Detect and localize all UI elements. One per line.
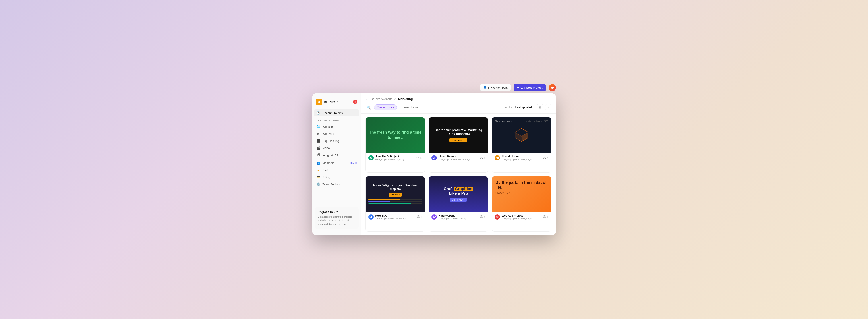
profile-label: Profile	[322, 168, 331, 172]
progress-bar-3	[368, 203, 422, 204]
add-project-label: + Add New Project	[517, 86, 542, 89]
project-details: Jane Doe's Project 0 Pages | Updated 6 d…	[375, 155, 405, 161]
project-card-new-horizons[interactable]: New Horizons product evolution in 2023 N	[492, 117, 551, 173]
project-info-left: WA Web App Project 0 Pages | Updated 4 d…	[495, 214, 531, 220]
project-meta: 0 Pages | Updated 6 days ago	[502, 158, 531, 161]
project-avatar: WA	[495, 214, 500, 220]
progress-bar	[368, 199, 422, 200]
project-card-jane-doe[interactable]: The fresh way to find a time to meet. JD…	[366, 117, 425, 173]
layout-toggle-button[interactable]: ⊞	[537, 104, 543, 110]
sidebar-invite-button[interactable]: + Invite	[348, 161, 356, 164]
project-avatar: RW	[431, 214, 437, 220]
project-name: Web App Project	[502, 214, 531, 217]
sidebar-item-members[interactable]: 👥 Members + Invite	[314, 159, 359, 166]
add-new-project-button[interactable]: + Add New Project	[514, 84, 546, 91]
project-thumbnail: New Horizons product evolution in 2023	[492, 117, 551, 153]
project-name: New E&C	[375, 214, 406, 217]
projects-grid: The fresh way to find a time to meet. JD…	[361, 114, 556, 235]
thumbnail-cta: Learn more →	[450, 138, 467, 142]
members-icon: 👥	[316, 161, 320, 165]
sort-label: Sort by:	[503, 106, 513, 109]
project-avatar: LP	[431, 155, 437, 160]
sidebar-item-recent-projects[interactable]: 🕐 Recent Projects	[314, 109, 359, 117]
thumbnail-text: The fresh way to find a time to meet.	[366, 128, 425, 142]
filter-tab-shared[interactable]: Shared by me	[399, 104, 421, 110]
breadcrumb-current: Marketing	[398, 97, 413, 101]
comment-icon: 💬	[480, 215, 483, 218]
image-icon: 🖼	[316, 153, 320, 157]
breadcrumb: ← Brucira Website > Marketing	[366, 97, 552, 101]
project-info-left: LP Linear Project 1 Pages | Updated few …	[431, 155, 470, 161]
sidebar-item-imagepdf[interactable]: 🖼 Image & PDF	[314, 152, 359, 159]
project-name: Jane Doe's Project	[375, 155, 405, 158]
sidebar-item-website[interactable]: 🌐 Website	[314, 123, 359, 130]
breadcrumb-parent: Brucira Website	[371, 97, 393, 101]
invite-members-label: Invite Members	[488, 86, 508, 89]
project-thumbnail: Craft Graphics Like a Pro Explore now →	[429, 177, 488, 212]
upgrade-description: Get access to unlimited projects and oth…	[318, 215, 355, 226]
comment-icon: 💬	[543, 157, 546, 159]
members-label: Members	[322, 161, 335, 165]
filter-tab-created[interactable]: Created by me	[374, 104, 397, 110]
sidebar-logo[interactable]: B Brucira ▾ 4	[312, 97, 361, 108]
sidebar-item-billing[interactable]: 💳 Billing	[314, 173, 359, 181]
sidebar-item-webapp[interactable]: 🖥 Web App	[314, 130, 359, 137]
sidebar-item-profile[interactable]: ● Profile	[314, 166, 359, 173]
billing-label: Billing	[322, 176, 330, 179]
comment-count: 💬 1	[480, 157, 485, 159]
search-button[interactable]: 🔍	[366, 104, 372, 111]
comment-icon: 💬	[543, 215, 546, 218]
back-button[interactable]: ←	[366, 97, 369, 101]
highlight-text: Graphics	[454, 187, 473, 191]
sidebar-item-bugtracking[interactable]: ⬛ Bug Tracking	[314, 137, 359, 144]
thumbnail-inner: Get top tier product & marketing UX by t…	[429, 124, 488, 146]
project-meta: 1 Pages | Updated few secs ago	[438, 158, 470, 161]
project-info-left: NH New Horizons 0 Pages | Updated 6 days…	[495, 155, 531, 161]
bug-icon: ⬛	[316, 139, 320, 142]
video-label: Video	[322, 146, 330, 150]
project-details: Web App Project 0 Pages | Updated 4 days…	[502, 214, 531, 220]
project-info: RW Rutti Website 1 Page | Updated 6 days…	[429, 212, 488, 222]
thumbnail-sublabel: product evolution in 2023	[526, 120, 548, 122]
thumbnail-title: Craft Graphics Like a Pro	[444, 187, 473, 196]
video-icon: 🎬	[316, 146, 320, 150]
project-meta: 0 Pages | Updated 6 days ago	[375, 158, 405, 161]
comment-count: 💬 46	[415, 157, 422, 159]
chevron-down-icon: ▾	[337, 100, 339, 103]
invite-members-button[interactable]: 👤 Invite Members	[480, 84, 511, 91]
billing-icon: 💳	[316, 175, 320, 179]
comment-icon: 💬	[480, 157, 483, 159]
project-avatar: NE	[368, 214, 374, 220]
thumbnail-cta: Explore ✦	[389, 193, 402, 197]
project-card-webapp[interactable]: By the park. In the midst of life. * Loc…	[492, 176, 551, 232]
svg-marker-2	[522, 132, 528, 142]
project-info: NH New Horizons 0 Pages | Updated 6 days…	[492, 153, 551, 163]
notification-badge: 4	[353, 100, 357, 104]
sidebar-item-video[interactable]: 🎬 Video	[314, 144, 359, 152]
thumbnail-graphic	[513, 126, 530, 144]
project-details: New E&C 2 Pages | Updated 15 mins ago	[375, 214, 406, 220]
user-avatar[interactable]: JD	[549, 84, 556, 91]
breadcrumb-separator: >	[394, 97, 396, 101]
more-options-button[interactable]: ⋯	[545, 104, 552, 110]
project-card-new-ec[interactable]: Micro Delights for your Webflow projects…	[366, 176, 425, 232]
imagepdf-label: Image & PDF	[322, 153, 340, 157]
bugtracking-label: Bug Tracking	[322, 139, 339, 142]
main-header: ← Brucira Website > Marketing 🔍 Created …	[361, 93, 556, 114]
sidebar-item-team-settings[interactable]: ⚙️ Team Settings	[314, 181, 359, 188]
sort-control[interactable]: Sort by: Last updated ▾	[503, 106, 534, 109]
app-window: B Brucira ▾ 4 🕐 Recent Projects Project …	[312, 93, 556, 235]
project-thumbnail: Micro Delights for your Webflow projects…	[366, 177, 425, 212]
project-meta: 1 Page | Updated 6 days ago	[438, 217, 467, 220]
progress-bar-2	[368, 201, 422, 202]
thumbnail-sublabel: * Location	[495, 192, 548, 194]
project-info: WA Web App Project 0 Pages | Updated 4 d…	[492, 212, 551, 222]
project-details: Linear Project 1 Pages | Updated few sec…	[438, 155, 470, 161]
project-card-rutti[interactable]: Craft Graphics Like a Pro Explore now → …	[429, 176, 488, 232]
project-details: New Horizons 0 Pages | Updated 6 days ag…	[502, 155, 531, 161]
project-card-linear[interactable]: Get top tier product & marketing UX by t…	[429, 117, 488, 173]
comment-count: 💬 3	[417, 215, 422, 218]
project-thumbnail: Get top tier product & marketing UX by t…	[429, 117, 488, 153]
sort-value: Last updated	[515, 106, 532, 109]
webapp-label: Web App	[322, 132, 334, 135]
